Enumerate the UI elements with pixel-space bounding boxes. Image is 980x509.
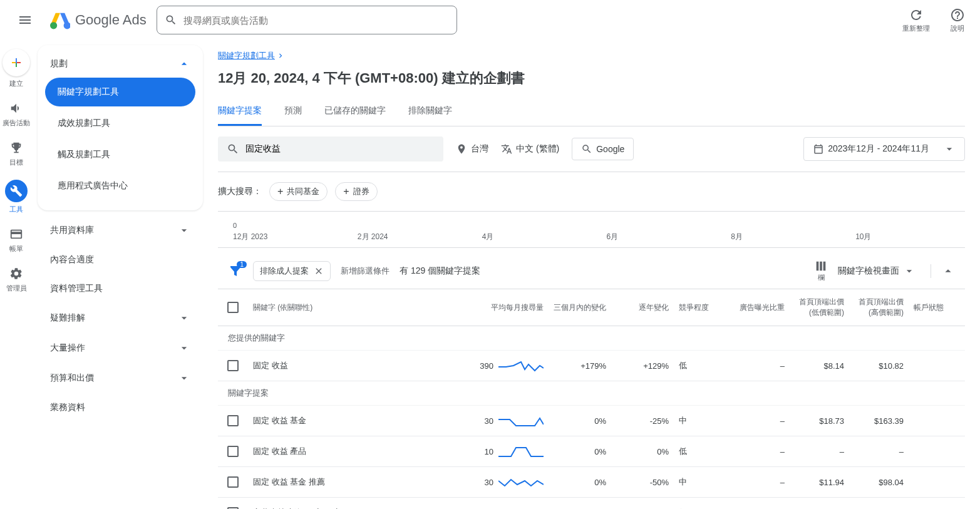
th-yy-change[interactable]: 逐年變化 [611,289,674,326]
th-bid-low[interactable]: 首頁頂端出價 (低價範圍) [790,289,849,326]
cell-competition: 低 [674,498,730,509]
date-range-filter[interactable]: 2023年12月 - 2024年11月 [803,137,965,161]
cell-volume: 390 [455,351,549,381]
cell-3m: +179% [549,351,611,381]
tab-forecast[interactable]: 預測 [284,98,302,126]
tab-negative-keywords[interactable]: 排除關鍵字 [408,98,452,126]
add-filter-button[interactable]: 新增篩選條件 [341,265,389,277]
th-impression-share[interactable]: 廣告曝光比重 [730,289,790,326]
row-checkbox[interactable] [227,415,239,426]
rail-tools[interactable]: 工具 [0,176,33,218]
sidebar-item-reach-planner[interactable]: 觸及規劃工具 [45,140,195,169]
sidebar-item-troubleshoot[interactable]: 疑難排解 [38,303,203,333]
cell-yy: -34% [611,498,674,509]
cell-volume: 480 [455,498,549,509]
chevron-right-icon [276,51,285,60]
table-row[interactable]: 固定 收益 基金 30 0% -25% 中 – $18.73 $163.39 [218,406,965,436]
cell-volume: 30 [455,467,549,497]
planning-header[interactable]: 規劃 [38,53,203,75]
section-ideas: 關鍵字提案 [218,381,965,406]
sidebar-item-content-suitability[interactable]: 內容合適度 [38,245,203,274]
tabs: 關鍵字提案 預測 已儲存的關鍵字 排除關鍵字 [218,98,965,126]
th-volume[interactable]: 平均每月搜尋量 [455,289,549,326]
close-icon[interactable] [314,266,324,276]
table-row[interactable]: 固定 收益 基金 推薦 30 0% -50% 中 – $11.94 $98.04 [218,467,965,498]
logo[interactable]: Google Ads [50,10,147,30]
cell-bid-hi: $10.82 [849,351,909,381]
rail-admin[interactable]: 管理員 [0,262,33,297]
tab-saved-keywords[interactable]: 已儲存的關鍵字 [324,98,386,126]
cell-account [909,467,965,497]
rail-campaigns[interactable]: 廣告活動 [0,97,33,131]
filter-button[interactable]: 1 [228,264,243,279]
cell-bid-hi: $163.39 [849,406,909,436]
broaden-chip-mutual-fund[interactable]: +共同基金 [269,182,328,201]
network-filter[interactable]: Google [572,138,634,160]
gear-icon [9,266,24,281]
cell-bid-hi: $15.26 [849,498,909,509]
tab-keyword-ideas[interactable]: 關鍵字提案 [218,98,262,126]
th-account-status[interactable]: 帳戶狀態 [909,289,965,326]
collapse-button[interactable] [931,264,955,278]
refresh-button[interactable]: 重新整理 [897,8,935,33]
select-all-checkbox[interactable] [227,302,239,313]
cell-3m: 0% [549,406,611,436]
language-filter[interactable]: 中文 (繁體) [501,143,559,155]
planning-card: 規劃 關鍵字規劃工具 成效規劃工具 觸及規劃工具 應用程式廣告中心 [38,45,203,210]
table-row[interactable]: 固定 收益 產品 10 0% 0% 低 – – – [218,436,965,467]
cell-bid-lo: $18.73 [790,406,849,436]
table-header: 關鍵字 (依關聯性) 平均每月搜尋量 三個月內的變化 逐年變化 競爭程度 廣告曝… [218,289,965,326]
sidebar-item-data-manager[interactable]: 資料管理工具 [38,274,203,303]
nav-rail: 建立 廣告活動 目標 工具 帳單 [0,40,33,509]
hamburger-menu[interactable] [10,5,40,35]
th-bid-high[interactable]: 首頁頂端出價 (高價範圍) [849,289,909,326]
plus-icon [9,55,24,70]
cell-competition: 中 [674,406,730,436]
side-panel: 規劃 關鍵字規劃工具 成效規劃工具 觸及規劃工具 應用程式廣告中心 共用資料庫 … [33,40,208,509]
view-selector[interactable]: 關鍵字檢視畫面 [838,265,916,277]
broaden-chip-securities[interactable]: +證券 [335,182,377,201]
main-content: 關鍵字規劃工具 12月 20, 2024, 4 下午 (GMT+08:00) 建… [208,40,980,509]
cell-bid-hi: – [849,436,909,466]
help-button[interactable]: 說明 [945,8,970,33]
cell-account [909,351,965,381]
dropdown-icon [943,143,956,155]
sidebar-item-budgets-bidding[interactable]: 預算和出價 [38,363,203,393]
sparkline [498,358,544,373]
table-row[interactable]: 富蘭克林 新興 國家 固定 ... 480 -19% -34% 低 – $0.3… [218,498,965,509]
th-competition[interactable]: 競爭程度 [674,289,730,326]
row-checkbox[interactable] [227,446,239,457]
columns-button[interactable]: 欄 [814,259,828,282]
row-checkbox[interactable] [227,360,239,371]
keyword-search-box[interactable] [218,136,443,162]
search-icon [227,143,239,155]
calendar-icon [813,143,824,155]
rail-create[interactable]: 建立 [0,45,33,92]
cell-yy: 0% [611,436,674,466]
card-icon [9,227,24,242]
rail-billing[interactable]: 帳單 [0,223,33,257]
table-row[interactable]: 固定 收益 390 +179% +129% 低 – $8.14 $10.82 [218,351,965,381]
cell-yy: -25% [611,406,674,436]
sidebar-item-business-data[interactable]: 業務資料 [38,393,203,422]
sidebar-item-app-hub[interactable]: 應用程式廣告中心 [45,172,195,200]
global-search-input[interactable] [183,15,449,26]
breadcrumb[interactable]: 關鍵字規劃工具 [218,50,285,61]
sidebar-item-keyword-planner[interactable]: 關鍵字規劃工具 [45,78,195,106]
sidebar-item-bulk-actions[interactable]: 大量操作 [38,333,203,363]
sparkline [498,444,544,459]
location-filter[interactable]: 台灣 [456,143,488,155]
location-icon [456,143,467,155]
rail-goals[interactable]: 目標 [0,136,33,171]
th-3m-change[interactable]: 三個月內的變化 [549,289,611,326]
cell-competition: 低 [674,436,730,466]
row-checkbox[interactable] [227,476,239,488]
chevron-down-icon [178,312,190,324]
sidebar-item-performance-planner[interactable]: 成效規劃工具 [45,109,195,138]
google-ads-icon [50,10,70,30]
th-keyword[interactable]: 關鍵字 (依關聯性) [248,289,455,326]
applied-filter-chip[interactable]: 排除成人提案 [253,261,331,281]
keyword-search-input[interactable] [245,144,435,154]
global-search[interactable] [157,6,457,34]
sidebar-item-shared-library[interactable]: 共用資料庫 [38,215,203,245]
